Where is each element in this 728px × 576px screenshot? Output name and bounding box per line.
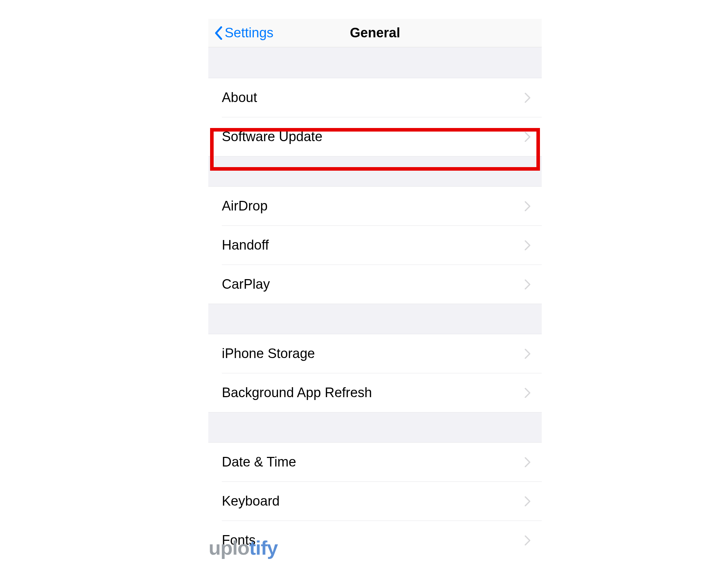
- chevron-right-icon: [525, 279, 530, 289]
- row-label: Fonts: [222, 533, 525, 548]
- row-carplay[interactable]: CarPlay: [208, 265, 542, 304]
- row-label: Software Update: [222, 129, 525, 144]
- chevron-right-icon: [525, 388, 530, 398]
- row-background-app-refresh[interactable]: Background App Refresh: [208, 373, 542, 412]
- row-handoff[interactable]: Handoff: [208, 226, 542, 265]
- row-label: Background App Refresh: [222, 385, 525, 400]
- row-label: AirDrop: [222, 198, 525, 214]
- chevron-right-icon: [525, 93, 530, 103]
- row-software-update[interactable]: Software Update: [208, 117, 542, 156]
- back-button[interactable]: Settings: [208, 25, 273, 41]
- section-gap: [208, 47, 542, 78]
- chevron-right-icon: [525, 240, 530, 250]
- chevron-left-icon: [215, 26, 223, 40]
- chevron-right-icon: [525, 535, 530, 545]
- chevron-right-icon: [525, 201, 530, 211]
- section-info: About Software Update: [208, 78, 542, 156]
- row-iphone-storage[interactable]: iPhone Storage: [208, 334, 542, 373]
- row-label: Date & Time: [222, 454, 525, 470]
- row-fonts[interactable]: Fonts: [208, 521, 542, 560]
- chevron-right-icon: [525, 132, 530, 142]
- row-keyboard[interactable]: Keyboard: [208, 482, 542, 521]
- row-label: CarPlay: [222, 277, 525, 292]
- chevron-right-icon: [525, 496, 530, 506]
- settings-general-screen: Settings General About Software Update A…: [208, 19, 542, 560]
- section-storage: iPhone Storage Background App Refresh: [208, 334, 542, 412]
- nav-bar: Settings General: [208, 19, 542, 47]
- back-label: Settings: [225, 25, 273, 41]
- section-connectivity: AirDrop Handoff CarPlay: [208, 186, 542, 304]
- row-label: About: [222, 90, 525, 105]
- row-about[interactable]: About: [208, 78, 542, 117]
- row-label: Handoff: [222, 238, 525, 253]
- row-label: Keyboard: [222, 494, 525, 509]
- row-date-time[interactable]: Date & Time: [208, 443, 542, 481]
- chevron-right-icon: [525, 349, 530, 359]
- section-gap: [208, 304, 542, 334]
- section-gap: [208, 156, 542, 186]
- row-airdrop[interactable]: AirDrop: [208, 187, 542, 225]
- section-gap: [208, 412, 542, 442]
- section-system: Date & Time Keyboard Fonts: [208, 442, 542, 560]
- row-label: iPhone Storage: [222, 346, 525, 361]
- chevron-right-icon: [525, 457, 530, 467]
